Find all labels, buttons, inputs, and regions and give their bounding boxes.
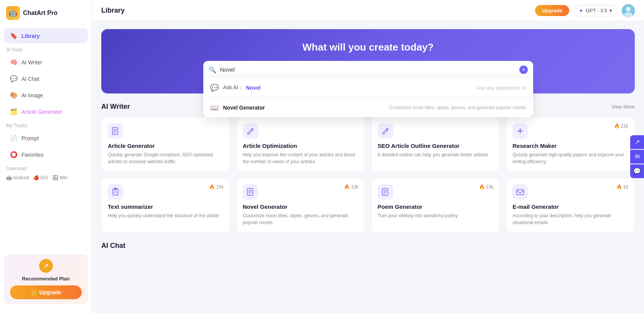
- card-desc: According to your description, help you …: [512, 212, 628, 226]
- ai-writer-card[interactable]: Article Generator Quickly generate Googl…: [101, 117, 230, 172]
- card-icon: [378, 123, 393, 139]
- hero-title: What will you create today?: [110, 41, 626, 53]
- card-icon: [108, 184, 123, 200]
- search-icon: 🔍: [209, 66, 216, 73]
- badge-count: 13k: [351, 184, 358, 190]
- card-header: 🔥21k: [512, 123, 628, 139]
- card-title: Article Optimization: [243, 143, 359, 149]
- ai-writer-card[interactable]: SEO Article Outline Generator A detailed…: [371, 117, 500, 172]
- badge-count: 13k: [486, 184, 493, 190]
- sidebar-item-ai-chat[interactable]: 💬 AI Chat: [4, 71, 88, 86]
- card-desc: Help you improve the content of your art…: [243, 151, 359, 165]
- android-download[interactable]: 🤖 Android: [6, 175, 29, 180]
- ai-writer-card[interactable]: 🔥10 E-mail Generator According to your d…: [506, 178, 635, 233]
- ask-ai-suggestion[interactable]: 💬 Ask AI： Novel Ask any question to AI: [203, 78, 533, 98]
- ai-writer-cards-grid: Article Generator Quickly generate Googl…: [101, 117, 635, 233]
- sidebar-library-label: Library: [21, 33, 40, 39]
- sidebar-item-favorites[interactable]: ⭕ Favorites: [4, 147, 88, 162]
- ai-writer-card[interactable]: 🔥13k Novel Generator Customize novel tit…: [236, 178, 365, 233]
- ios-label: iOS: [40, 175, 48, 180]
- card-icon: [243, 184, 258, 200]
- gpt-label: GPT - 3.5: [586, 8, 607, 13]
- header-upgrade-button[interactable]: Upgrade: [535, 5, 569, 16]
- page-title: Library: [101, 7, 125, 15]
- chat-icon: 💬: [210, 84, 219, 92]
- article-generator-icon: 🗂️: [10, 108, 18, 115]
- card-header: 🔥10: [512, 184, 628, 200]
- novel-generator-desc: Customize novel titles, styles, genres, …: [269, 105, 526, 110]
- sidebar-favorites-label: Favorites: [21, 152, 44, 158]
- header-right: Upgrade ✦ GPT - 3.5 ▾: [535, 4, 635, 17]
- ai-writer-card[interactable]: 🔥15k Text summarizer Help you quickly un…: [101, 178, 230, 233]
- library-icon: 🔖: [10, 32, 18, 39]
- ask-ai-label-group: Ask AI： Novel: [223, 84, 472, 91]
- ai-writer-card[interactable]: 🔥21k Research Maker Quickly generate hig…: [506, 117, 635, 172]
- rec-plan-title: Recommended Plan: [22, 276, 69, 282]
- card-desc: Quickly generate high-quality papers and…: [512, 151, 628, 165]
- fire-icon: 🔥: [616, 184, 622, 190]
- novel-generator-title: Novel Generator: [223, 105, 265, 111]
- card-desc: Quickly generate Google-compliant, SEO-o…: [108, 151, 224, 165]
- sidebar-item-ai-writer[interactable]: 🧠 AI Writer: [4, 55, 88, 70]
- card-icon: [378, 184, 393, 200]
- ask-ai-hint: Ask any question to AI: [477, 85, 526, 91]
- search-dropdown: 💬 Ask AI： Novel Ask any question to AI 📖…: [203, 78, 533, 117]
- card-desc: A detailed outline can help you generate…: [378, 151, 494, 158]
- crown-icon: 👑: [31, 289, 37, 295]
- discord-float-button[interactable]: 💬: [630, 164, 644, 178]
- email-float-button[interactable]: ✉: [630, 150, 644, 164]
- card-title: Novel Generator: [243, 203, 359, 210]
- card-desc: Help you quickly understand the structur…: [108, 212, 224, 219]
- ask-ai-label: Ask AI：: [223, 84, 244, 91]
- card-title: SEO Article Outline Generator: [378, 143, 494, 149]
- win-download[interactable]: 🪟 Win: [53, 175, 68, 180]
- android-icon: 🤖: [6, 175, 12, 180]
- float-buttons: ↗ ✉ 💬: [630, 135, 644, 178]
- svg-rect-21: [517, 190, 524, 195]
- sidebar-item-library[interactable]: 🔖 Library: [4, 28, 88, 43]
- upgrade-button[interactable]: 👑 Upgrade: [10, 285, 82, 299]
- gpt-selector[interactable]: ✦ GPT - 3.5 ▾: [574, 5, 617, 16]
- android-label: Android: [13, 175, 29, 180]
- novel-icon: 📖: [210, 103, 219, 112]
- ai-tools-section-label: AI Tools: [0, 44, 92, 54]
- card-header: 🔥13k: [378, 184, 494, 200]
- card-badge: 🔥13k: [479, 184, 493, 190]
- sidebar-item-article-generator[interactable]: 🗂️ Article Generator: [4, 104, 88, 119]
- search-input[interactable]: [203, 61, 533, 78]
- sidebar-item-ai-image[interactable]: 🎨 AI Image: [4, 88, 88, 103]
- badge-count: 10: [623, 184, 628, 190]
- ios-download[interactable]: 🍎 iOS: [33, 175, 48, 180]
- upgrade-btn-label: Upgrade: [40, 289, 61, 295]
- hero-banner: What will you create today? 🔍 ✕ 💬 Ask AI…: [101, 29, 635, 93]
- ai-writer-card[interactable]: Article Optimization Help you improve th…: [236, 117, 365, 172]
- ai-writer-icon: 🧠: [10, 59, 18, 66]
- sidebar-article-generator-label: Article Generator: [21, 109, 62, 115]
- card-badge: 🔥21k: [614, 123, 628, 129]
- search-container: 🔍 ✕ 💬 Ask AI： Novel Ask any question to …: [203, 61, 533, 78]
- svg-point-1: [626, 7, 631, 11]
- sidebar-item-prompt[interactable]: 📄 Prompt: [4, 131, 88, 146]
- main-content: Library Upgrade ✦ GPT - 3.5 ▾ What will …: [92, 0, 644, 313]
- logo-area: 🤖 ChatArt Pro: [0, 0, 92, 28]
- card-icon: [243, 123, 258, 139]
- logo-text: ChatArt Pro: [23, 10, 58, 16]
- share-float-button[interactable]: ↗: [630, 135, 644, 149]
- download-links: 🤖 Android 🍎 iOS 🪟 Win: [0, 173, 92, 184]
- chevron-down-icon: ▾: [609, 8, 612, 13]
- card-title: E-mail Generator: [512, 203, 628, 210]
- card-badge: 🔥13k: [344, 184, 358, 190]
- card-header: 🔥15k: [108, 184, 224, 200]
- ai-image-icon: 🎨: [10, 92, 18, 99]
- header: Library Upgrade ✦ GPT - 3.5 ▾: [92, 0, 644, 21]
- win-label: Win: [59, 175, 68, 180]
- fire-icon: 🔥: [344, 184, 350, 190]
- ai-writer-view-more[interactable]: View More: [611, 104, 635, 110]
- badge-count: 15k: [216, 184, 223, 190]
- novel-generator-suggestion[interactable]: 📖 Novel Generator Customize novel titles…: [203, 98, 533, 117]
- card-header: 🔥13k: [243, 184, 359, 200]
- sidebar-ai-chat-label: AI Chat: [21, 76, 40, 82]
- card-header: [243, 123, 359, 139]
- clear-search-button[interactable]: ✕: [519, 66, 528, 74]
- ai-writer-card[interactable]: 🔥13k Poem Generator Turn your whimsy int…: [371, 178, 500, 233]
